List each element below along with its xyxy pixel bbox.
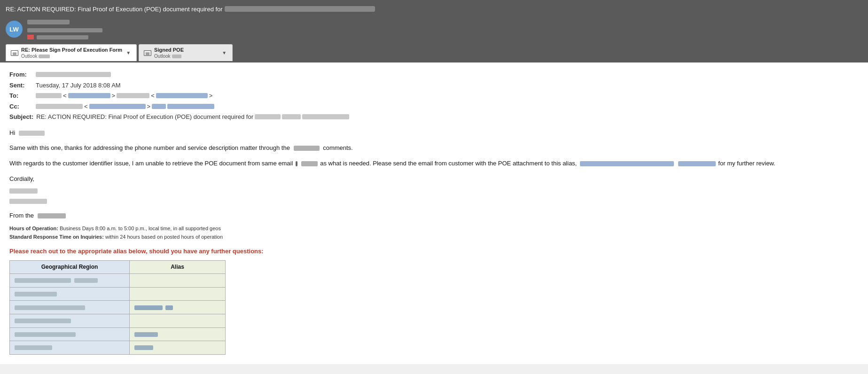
email-meta: From: Sent: Tuesday, 17 July 2018 8:08 A… [9, 70, 859, 122]
cc-row: Cc: <> [9, 102, 859, 111]
para2-redacted-1 [301, 161, 318, 166]
email-icon-1 [11, 50, 18, 56]
subject-redacted-3 [302, 114, 349, 119]
tab-dropdown-1[interactable]: ▼ [125, 50, 132, 55]
tab-subtitle-redacted-2 [172, 55, 181, 58]
greeting-name [19, 131, 45, 136]
avatar: LW [6, 21, 23, 38]
tab-bar: RE: Please Sign Proof of Execution Form … [0, 42, 868, 61]
para1-redacted [294, 146, 320, 151]
geo-cell-2 [10, 287, 130, 301]
sent-label: Sent: [9, 81, 33, 90]
cordially: Cordially, [9, 174, 859, 184]
alias-cell-2 [130, 287, 226, 301]
hours-row: Hours of Operation: Business Days 8:00 a… [9, 225, 859, 233]
to-email-1 [68, 93, 110, 98]
sender-date-redacted [37, 35, 88, 39]
tab-subtitle-1: Outlook [21, 54, 122, 59]
tab-subtitle-2: Outlook [154, 54, 218, 59]
tab-signed-poe[interactable]: Signed POE Outlook ▼ [139, 44, 233, 61]
cc-email-2 [152, 104, 166, 109]
table-row [10, 341, 226, 355]
subject-value: RE: ACTION REQUIRED: Final Proof of Exec… [36, 112, 349, 122]
sent-row: Sent: Tuesday, 17 July 2018 8:08 AM [9, 81, 859, 90]
subject-label: Subject: [9, 112, 33, 122]
subject-row: Subject: RE: ACTION REQUIRED: Final Proo… [9, 112, 859, 122]
sig-name [9, 188, 38, 194]
from-row: From: [9, 70, 859, 79]
alias-cell-5 [130, 327, 226, 341]
tab-label-1: RE: Please Sign Proof of Execution Form … [21, 47, 122, 59]
cc-value: <> [36, 102, 214, 111]
tab-label-2: Signed POE Outlook [154, 47, 218, 59]
sender-date-row [27, 35, 102, 39]
para2-bullet [296, 161, 297, 166]
to-label: To: [9, 91, 33, 101]
tab-title-2: Signed POE [154, 47, 218, 53]
signature-block [9, 188, 859, 208]
table-row [10, 314, 226, 328]
to-row: To: <> <> [9, 91, 859, 101]
tab-re-please-sign[interactable]: RE: Please Sign Proof of Execution Form … [6, 44, 137, 61]
para2-alias-link-2 [678, 161, 716, 166]
from-value [36, 70, 111, 79]
email-subject-header: RE: ACTION REQUIRED: Final Proof of Exec… [0, 0, 868, 17]
geo-cell-1 [10, 274, 130, 288]
cc-label: Cc: [9, 102, 33, 111]
from-label: From: [9, 70, 33, 79]
subject-redacted-2 [282, 114, 301, 119]
alias-cell-1 [130, 274, 226, 288]
table-header-row: Geographical Region Alias [10, 261, 226, 274]
para2-alias-link [580, 161, 674, 166]
sender-info [27, 19, 102, 39]
cc-email-1 [89, 104, 146, 109]
from-redacted [36, 72, 111, 77]
geo-cell-5 [10, 327, 130, 341]
para2: With regards to the customer identifier … [9, 159, 859, 169]
geo-cell-6 [10, 341, 130, 355]
email-body: From: Sent: Tuesday, 17 July 2018 8:08 A… [0, 62, 868, 364]
alias-cell-6 [130, 341, 226, 355]
subject-title: RE: ACTION REQUIRED: Final Proof of Exec… [6, 6, 223, 13]
subject-redacted [225, 6, 375, 12]
sent-value: Tuesday, 17 July 2018 8:08 AM [36, 81, 121, 90]
flag-icon [27, 35, 34, 39]
email-content: Hi Same with this one, thanks for addres… [9, 128, 859, 355]
to-redacted-2 [117, 93, 149, 98]
subject-redacted-1 [255, 114, 281, 119]
tab-subtitle-redacted-1 [39, 55, 50, 58]
cta-text: Please reach out to the appropriate alia… [9, 247, 859, 257]
greeting: Hi [9, 128, 859, 138]
sender-email-redacted [27, 28, 102, 32]
to-value: <> <> [36, 91, 212, 101]
geo-cell-3 [10, 301, 130, 314]
from-the-redacted [38, 213, 66, 218]
alias-cell-4 [130, 314, 226, 328]
table-row [10, 327, 226, 341]
alias-header: Alias [130, 261, 226, 274]
alias-table: Geographical Region Alias [9, 260, 226, 355]
table-row [10, 301, 226, 314]
para1: Same with this one, thanks for addressin… [9, 143, 859, 153]
geo-cell-4 [10, 314, 130, 328]
to-redacted-1 [36, 93, 62, 98]
hours-block: Hours of Operation: Business Days 8:00 a… [9, 225, 859, 241]
sig-title [9, 199, 47, 204]
table-row [10, 287, 226, 301]
email-icon-2 [144, 50, 151, 56]
sender-row: LW [0, 17, 868, 42]
alias-cell-3 [130, 301, 226, 314]
tab-dropdown-2[interactable]: ▼ [221, 50, 227, 55]
cc-email-3 [167, 104, 214, 109]
sender-name-redacted [27, 20, 70, 24]
from-block: From the [9, 211, 859, 221]
table-row [10, 274, 226, 288]
response-row: Standard Response Time on Inquiries: wit… [9, 233, 859, 242]
geo-header: Geographical Region [10, 261, 130, 274]
cc-redacted-1 [36, 104, 83, 109]
to-email-2 [156, 93, 208, 98]
tab-title-1: RE: Please Sign Proof of Execution Form [21, 47, 122, 53]
